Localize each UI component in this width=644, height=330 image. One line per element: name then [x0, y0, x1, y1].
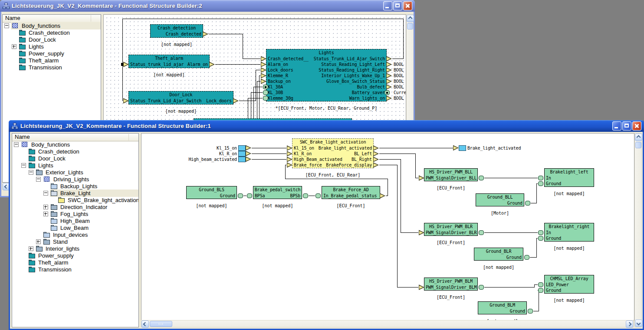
- tree-header[interactable]: Name: [3, 15, 101, 23]
- tree-item-door_lock[interactable]: Door_Lock: [12, 155, 138, 162]
- function-block[interactable]: SWC_Brake_light_activationKl_15_onBrake_…: [292, 138, 374, 168]
- scroll-thumb[interactable]: [407, 23, 413, 29]
- port-connector-icon[interactable]: [479, 230, 484, 235]
- maximize-button[interactable]: [393, 1, 402, 10]
- tree-item-transmission[interactable]: Transmission: [12, 266, 138, 273]
- tree-item-interior_lights[interactable]: Interior_lights: [12, 245, 138, 252]
- function-block[interactable]: Crash_detectionCrash_detected: [150, 24, 203, 38]
- tree-item-direction_indicator[interactable]: Direction_Indicator: [12, 203, 138, 210]
- tree-item-input_devices[interactable]: Input_devices: [12, 231, 138, 238]
- tree-item-exterior_lights[interactable]: Exterior_Lights: [12, 169, 138, 176]
- expand-toggle[interactable]: [36, 239, 41, 244]
- external-port[interactable]: Kl_15_on: [168, 145, 251, 151]
- maximize-button[interactable]: [622, 121, 631, 131]
- expand-toggle[interactable]: [14, 142, 19, 147]
- expand-toggle[interactable]: [12, 44, 16, 49]
- port-connector-icon[interactable]: [538, 282, 543, 287]
- external-port[interactable]: High_beam_activated: [168, 157, 251, 162]
- minimize-button[interactable]: [612, 121, 621, 131]
- horizontal-scrollbar[interactable]: [141, 320, 634, 327]
- tree-item-door_lock[interactable]: Door_Lock: [3, 36, 101, 43]
- function-block[interactable]: Theft_alarmStatus_trunk_lid_ajarAlarm_on: [128, 55, 210, 68]
- function-block[interactable]: LightsCrash_detected__Status_Trunk_Lid_A…: [266, 49, 387, 101]
- expand-toggle[interactable]: [29, 170, 33, 175]
- expand-toggle[interactable]: [4, 23, 9, 28]
- tree-item-low_beam[interactable]: Low_Beam: [12, 224, 138, 231]
- scroll-thumb[interactable]: [150, 321, 172, 327]
- port-connector-icon[interactable]: [263, 90, 268, 95]
- port-connector-icon[interactable]: [538, 181, 543, 186]
- tree-item-swc_brake_light_activation[interactable]: SWC_Brake_light_activation: [12, 196, 138, 203]
- port-connector-icon[interactable]: [315, 193, 321, 198]
- function-block[interactable]: Brakelight_rightInGround: [544, 223, 594, 242]
- port-connector-icon[interactable]: [263, 96, 268, 101]
- port-connector-icon[interactable]: [238, 193, 243, 198]
- titlebar[interactable]: Lichtsteuerung_JK_V2_Kommentare - Functi…: [0, 0, 415, 12]
- function-block[interactable]: Ground_BLMGround: [478, 301, 527, 314]
- tree-item-power_supply[interactable]: Power_supply: [3, 50, 101, 57]
- function-block[interactable]: CHMSL_LED_ArrayLED_PowerGround: [544, 275, 594, 294]
- function-block[interactable]: HS_Driver_PWM_BLRPWM_SignalDriver_BLR: [424, 223, 478, 236]
- tree-item-backup_lights[interactable]: Backup_Lights: [12, 183, 138, 190]
- port-connector-icon[interactable]: [479, 176, 484, 180]
- external-port[interactable]: Brake_light_activated: [453, 145, 521, 151]
- tree-item-body_functions[interactable]: Body_functions: [3, 22, 101, 29]
- expand-toggle[interactable]: [43, 212, 48, 216]
- tree-item-crash_detection[interactable]: Crash_detection: [12, 148, 138, 155]
- window-builder-1[interactable]: Lichtsteuerung_JK_V2_Kommentare - Functi…: [9, 120, 644, 330]
- tree-item-power_supply[interactable]: Power_supply: [12, 252, 138, 259]
- tree-item-stand[interactable]: Stand: [12, 238, 138, 245]
- scroll-thumb[interactable]: [635, 142, 641, 148]
- expand-toggle[interactable]: [43, 205, 48, 209]
- tree-item-fog_lights[interactable]: Fog_Lights: [12, 210, 138, 217]
- port-connector-icon[interactable]: [538, 230, 543, 235]
- port-connector-icon[interactable]: [479, 285, 484, 290]
- tree-item-body_functions[interactable]: Body_functions: [12, 141, 138, 148]
- tree-item-brake_light[interactable]: Brake_Light: [12, 190, 138, 196]
- port-connector-icon[interactable]: [524, 255, 529, 260]
- scroll-up-button[interactable]: [635, 134, 642, 141]
- tree-item-high_beam[interactable]: High_Beam: [12, 217, 138, 224]
- port-connector-icon[interactable]: [538, 288, 543, 293]
- tree-header[interactable]: Name: [12, 134, 138, 141]
- port-connector-icon[interactable]: [525, 201, 530, 206]
- vertical-scrollbar[interactable]: [634, 133, 642, 327]
- external-port[interactable]: Kl_R_on: [168, 151, 251, 157]
- port-connector-icon[interactable]: [263, 85, 268, 89]
- port-connector-icon[interactable]: [538, 236, 543, 241]
- tree-item-theft_alarm[interactable]: Theft_alarm: [3, 57, 101, 64]
- function-block[interactable]: Ground_BLLGround: [476, 193, 524, 206]
- port-connector-icon[interactable]: [384, 90, 390, 95]
- expand-toggle[interactable]: [21, 163, 26, 168]
- titlebar[interactable]: Lichtsteuerung_JK_V2_Kommentare - Functi…: [9, 120, 644, 132]
- minimize-button[interactable]: [383, 1, 392, 10]
- expand-toggle[interactable]: [43, 191, 48, 196]
- scroll-right-button[interactable]: [626, 320, 633, 328]
- function-block[interactable]: Brakelight_leftInGround: [544, 168, 594, 187]
- close-button[interactable]: [403, 1, 412, 10]
- diagram-canvas[interactable]: SWC_Brake_light_activationKl_15_onBrake_…: [141, 133, 634, 320]
- port-connector-icon[interactable]: [247, 193, 252, 198]
- expand-toggle[interactable]: [29, 246, 33, 251]
- tree-item-driving_lights[interactable]: Driving_Lights: [12, 176, 138, 183]
- function-block[interactable]: Brake_pedal_switchBPSaBPSb: [253, 186, 302, 199]
- tree-item-lights[interactable]: Lights: [3, 43, 101, 50]
- scroll-down-button[interactable]: [635, 320, 642, 327]
- function-block[interactable]: HS_Driver_PWM_BLLPWM_SignalDriver_BLL: [424, 168, 478, 181]
- function-block[interactable]: Door_LockStatus_Trunk_Lid_Ajar_SwitchLoc…: [128, 91, 233, 105]
- tree-item-theft_alarm[interactable]: Theft_alarm: [12, 259, 138, 266]
- close-button[interactable]: [632, 121, 641, 131]
- function-block[interactable]: Ground_BLRGround: [474, 248, 523, 261]
- tree-item-transmission[interactable]: Transmission: [3, 64, 101, 71]
- port-connector-icon[interactable]: [303, 193, 308, 198]
- scroll-left-button[interactable]: [141, 320, 149, 328]
- function-block[interactable]: Brake_Force_ADIn_Brake_pedal_status: [322, 186, 380, 199]
- tree-item-lights[interactable]: Lights: [12, 162, 138, 169]
- expand-toggle[interactable]: [36, 177, 41, 182]
- function-block[interactable]: Ground_BLSGround: [186, 186, 237, 199]
- scroll-up-button[interactable]: [407, 15, 414, 22]
- function-block[interactable]: HS_Driver_PWM_BLMPWM_SignalDriver_BLM: [424, 278, 478, 291]
- port-connector-icon[interactable]: [538, 176, 543, 180]
- port-connector-icon[interactable]: [528, 309, 533, 314]
- tree-item-crash_detection[interactable]: Crash_detection: [3, 29, 101, 36]
